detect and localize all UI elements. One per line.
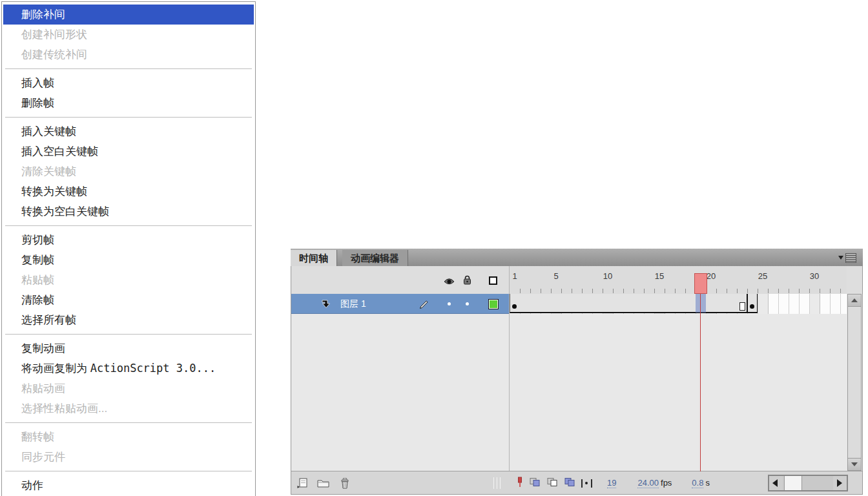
current-frame-field[interactable]: 19	[607, 478, 616, 488]
menu-item: 选择性粘贴动画...	[3, 398, 254, 418]
scroll-down-button[interactable]	[848, 458, 861, 470]
frame-controls: 19 24.00 fps 0.8 s	[517, 475, 710, 491]
scroll-right-button[interactable]	[833, 476, 847, 490]
new-layer-icon	[296, 478, 309, 489]
menu-item[interactable]: 清除帧	[3, 290, 254, 310]
layer-lock-dot[interactable]	[466, 302, 469, 305]
menu-item[interactable]: 删除帧	[3, 93, 254, 113]
timeline-panel: 时间轴 动画编辑器	[291, 249, 863, 495]
scroll-up-button[interactable]	[848, 294, 861, 307]
onion-skin-outlines-icon	[546, 477, 558, 487]
menu-item: 清除关键帧	[3, 161, 254, 181]
context-menu-items: 删除补间创建补间形状创建传统补间插入帧删除帧插入关键帧插入空白关键帧清除关键帧转…	[3, 5, 254, 495]
arrow-up-icon	[851, 298, 858, 302]
panel-menu-icon	[845, 253, 856, 263]
tab-timeline[interactable]: 时间轴	[291, 250, 337, 266]
layer-outline-color-swatch[interactable]	[488, 299, 499, 309]
center-frame-icon	[517, 477, 523, 488]
tab-timeline-label: 时间轴	[299, 253, 328, 264]
playhead-line	[700, 294, 701, 471]
panel-resize-handle[interactable]	[493, 477, 502, 489]
timeline-header: 151015202530	[291, 266, 862, 294]
scroll-left-button[interactable]	[769, 476, 783, 490]
new-layer-button[interactable]	[294, 475, 311, 491]
layer-item[interactable]: 图层 1	[291, 294, 509, 314]
menu-item[interactable]: 将动画复制为 ActionScript 3.0...	[3, 358, 254, 378]
frame-rate-unit: fps	[661, 478, 672, 488]
layer-row: 图层 1	[291, 294, 847, 314]
menu-separator	[5, 334, 252, 335]
onion-skin-icon	[529, 477, 541, 487]
menu-item: 粘贴动画	[3, 378, 254, 398]
center-frame-button[interactable]	[517, 477, 523, 490]
menu-item[interactable]: 删除补间	[3, 5, 254, 25]
tab-motion-editor[interactable]: 动画编辑器	[342, 250, 408, 266]
menu-item[interactable]: 动作	[3, 475, 254, 495]
arrow-left-icon	[772, 479, 778, 487]
menu-item-label: 将动画复制为	[21, 362, 90, 375]
ruler-frame-number: 30	[810, 271, 819, 281]
context-menu: 删除补间创建补间形状创建传统补间插入帧删除帧插入关键帧插入空白关键帧清除关键帧转…	[1, 1, 256, 496]
arrow-down-icon	[851, 462, 858, 466]
playhead-frame-highlight	[696, 294, 706, 313]
ruler-frame-number: 5	[553, 271, 558, 281]
elapsed-time-unit: s	[705, 478, 710, 488]
outline-icon[interactable]	[489, 276, 497, 285]
edit-multiple-frames-button[interactable]	[564, 477, 575, 490]
onion-skin-outlines-button[interactable]	[546, 477, 558, 490]
frame-span[interactable]	[510, 294, 747, 313]
current-layer-arrow-icon	[321, 299, 331, 311]
keyframe-cell[interactable]	[747, 294, 758, 313]
ruler-frame-number: 20	[707, 271, 716, 281]
delete-layer-button[interactable]	[336, 475, 353, 491]
timeline-panel-body: 151015202530 图层 1	[291, 266, 863, 495]
layer-name[interactable]: 图层 1	[340, 298, 366, 310]
menu-separator	[5, 471, 252, 471]
vertical-scrollbar[interactable]	[847, 294, 862, 471]
menu-item[interactable]: 插入空白关键帧	[3, 141, 254, 161]
layer-visibility-dot[interactable]	[448, 302, 451, 305]
new-folder-button[interactable]	[315, 475, 331, 491]
menu-item: 创建传统补间	[3, 45, 254, 65]
panel-menu-button[interactable]	[838, 253, 856, 262]
onion-skin-button[interactable]	[529, 477, 541, 490]
arrow-right-icon	[837, 479, 842, 487]
timeline-ruler[interactable]: 151015202530	[509, 266, 847, 294]
menu-item[interactable]: 复制帧	[3, 250, 254, 270]
ruler-frame-number: 1	[512, 271, 517, 281]
menu-item[interactable]: 插入关键帧	[3, 121, 254, 141]
span-end-marker	[739, 302, 745, 311]
menu-item[interactable]: 转换为关键帧	[3, 181, 254, 202]
horizontal-scrollbar[interactable]	[768, 475, 848, 491]
ruler-frame-number: 15	[655, 271, 664, 281]
pencil-icon	[419, 299, 429, 312]
eye-icon[interactable]	[444, 276, 455, 288]
menu-separator	[5, 225, 252, 226]
lock-icon[interactable]	[463, 275, 471, 287]
menu-item: 翻转帧	[3, 427, 254, 447]
menu-item[interactable]: 选择所有帧	[3, 310, 254, 330]
timeline-status-bar: 19 24.00 fps 0.8 s	[291, 471, 862, 494]
modify-markers-button[interactable]	[581, 479, 592, 488]
keyframe-dot	[512, 304, 517, 309]
elapsed-time-field[interactable]: 0.8	[692, 478, 703, 488]
chevron-down-icon	[838, 256, 843, 260]
menu-item[interactable]: 剪切帧	[3, 230, 254, 250]
menu-item[interactable]: 转换为空白关键帧	[3, 202, 254, 222]
menu-item[interactable]: 插入帧	[3, 73, 254, 93]
frame-track[interactable]	[509, 294, 847, 314]
ruler-frame-number: 25	[758, 271, 767, 281]
menu-item: 创建补间形状	[3, 25, 254, 45]
menu-item[interactable]: 复制动画	[3, 338, 254, 358]
menu-separator	[5, 117, 252, 118]
menu-item-label: ActionScript 3.0...	[90, 362, 216, 375]
frame-rate-group: 24.00 fps	[637, 478, 672, 488]
playhead[interactable]	[694, 273, 707, 294]
menu-separator	[5, 68, 252, 69]
scrollbar-thumb[interactable]	[784, 476, 802, 490]
frame-rate-field[interactable]: 24.00	[637, 478, 659, 488]
menu-item: 同步元件	[3, 447, 254, 467]
tab-motion-editor-label: 动画编辑器	[351, 253, 399, 264]
timeline-empty-area	[291, 314, 847, 471]
delete-layer-icon	[340, 478, 349, 489]
